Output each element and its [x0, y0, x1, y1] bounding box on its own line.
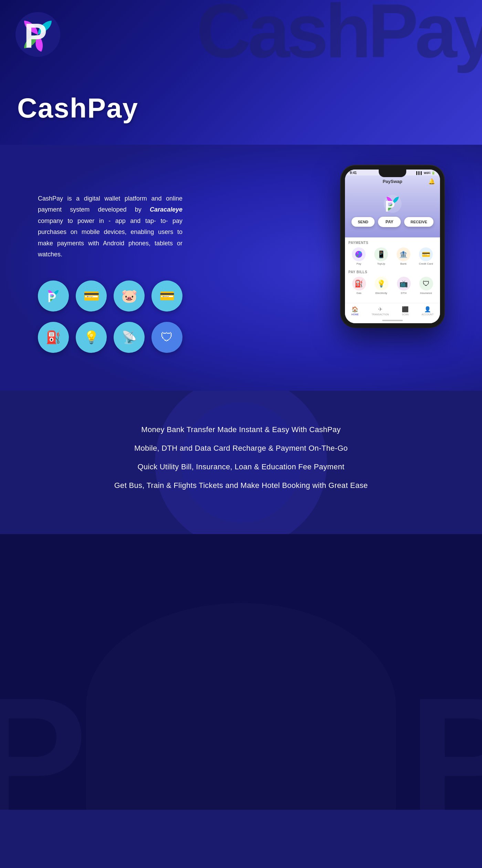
card-emoji: 💳	[83, 288, 99, 304]
satellite-icon-circle[interactable]: 📡	[114, 322, 145, 353]
pay-item[interactable]: Pay	[352, 247, 366, 265]
gas-bill-icon: ⛽	[352, 277, 366, 290]
send-button[interactable]: SEND	[352, 217, 375, 227]
shield-emoji: 🛡	[161, 330, 173, 345]
piggy-bank-icon-circle[interactable]: 🐷	[114, 280, 145, 312]
bulb-icon-circle[interactable]: 💡	[76, 322, 107, 353]
scan-icon: ⬛	[402, 306, 409, 313]
cashpay-small-logo: P	[45, 287, 62, 305]
paybills-section: PAY BILLS ⛽ Gas	[345, 270, 440, 303]
receive-button[interactable]: RECEIVE	[404, 217, 433, 227]
bank-icon: 🏦	[397, 247, 410, 261]
satellite-emoji: 📡	[122, 330, 137, 345]
credit-card-icon: 💳	[419, 247, 433, 261]
watermark-p-left: P	[0, 672, 87, 810]
cashpay-icon-circle[interactable]: P	[38, 280, 69, 312]
payments-section: PAYMENTS Pay	[345, 237, 440, 265]
features-section: Money Bank Transfer Made Instant & Easy …	[0, 391, 482, 534]
gas-bill-item[interactable]: ⛽ Gas	[352, 277, 366, 295]
app-logo-pay: P	[383, 194, 402, 213]
bank-label: Bank	[400, 262, 407, 265]
nav-account[interactable]: 👤 ACCOUNT	[422, 306, 434, 316]
pay-icon	[352, 247, 366, 261]
home-icon: 🏠	[352, 306, 358, 313]
icon-grid-row1: P 💳 🐷 💳	[38, 280, 182, 312]
payment-icon-circle[interactable]: 💳	[151, 280, 182, 312]
hero-section: CashPay P CashPay	[0, 0, 482, 145]
bank-item[interactable]: 🏦 Bank	[397, 247, 410, 265]
bottom-bg-shape	[86, 603, 396, 810]
insurance-label: Insurance	[420, 292, 432, 295]
bottom-section: P P	[0, 534, 482, 810]
phone-notch	[379, 170, 406, 177]
shield-icon-circle[interactable]: 🛡	[151, 322, 182, 353]
app-title: PaySwap	[357, 179, 428, 184]
phone-container: 9:41 ▌▌▌ WiFi 🔋 PaySwap 🔔	[341, 165, 444, 327]
transaction-icon: ✈	[378, 306, 383, 313]
svg-text:P: P	[24, 16, 47, 55]
status-time: 9:41	[350, 171, 357, 175]
phone-screen: 9:41 ▌▌▌ WiFi 🔋 PaySwap 🔔	[345, 170, 440, 323]
icon-grid-row2: ⛽ 💡 📡 🛡	[38, 322, 182, 353]
notification-bell-icon[interactable]: 🔔	[428, 178, 435, 185]
hero-title: CashPay	[17, 92, 138, 124]
topup-item[interactable]: 📱 TopUp	[374, 247, 388, 265]
middle-section: CashPay is a digital wallet platform and…	[0, 145, 482, 391]
app-header: PaySwap 🔔	[345, 175, 440, 187]
wifi-icon: WiFi	[424, 171, 430, 175]
hero-bg-watermark: CashPay	[197, 0, 482, 69]
signal-icon: ▌▌▌	[416, 171, 423, 175]
paybills-label: PAY BILLS	[348, 270, 437, 274]
pay-section: P SEND PAY RECEIVE	[345, 187, 440, 237]
dth-icon: 📺	[397, 277, 411, 290]
payments-icons-row: Pay 📱 TopUp	[348, 247, 437, 265]
pay-label: Pay	[356, 262, 361, 265]
electricity-label: Electricity	[375, 292, 387, 295]
svg-text:P: P	[48, 290, 56, 305]
paybills-icons-row: ⛽ Gas 💡 Electricity	[348, 277, 437, 295]
gas-icon-circle[interactable]: ⛽	[38, 322, 69, 353]
feature-4: Get Bus, Train & Flights Tickets and Mak…	[21, 481, 461, 490]
battery-icon: 🔋	[431, 171, 435, 175]
watermark-p-right: P	[409, 672, 482, 810]
piggy-emoji: 🐷	[121, 288, 137, 304]
home-indicator	[345, 318, 440, 323]
payment-emoji: 💳	[159, 289, 175, 303]
pay-buttons-row: SEND PAY RECEIVE	[352, 217, 433, 227]
insurance-icon: 🛡	[419, 277, 433, 290]
logo-container: P	[14, 10, 62, 59]
electricity-item[interactable]: 💡 Electricity	[375, 277, 388, 295]
electricity-icon: 💡	[375, 277, 388, 290]
nav-transaction-label: TRANSACTION	[371, 313, 389, 316]
feature-3: Quick Utility Bill, Insurance, Loan & Ed…	[21, 462, 461, 471]
nav-scan[interactable]: ⬛ SCAN	[402, 306, 409, 316]
phone-mockup: 9:41 ▌▌▌ WiFi 🔋 PaySwap 🔔	[341, 165, 444, 327]
bulb-emoji: 💡	[84, 330, 99, 345]
feature-1: Money Bank Transfer Made Instant & Easy …	[21, 425, 461, 434]
pay-button[interactable]: PAY	[378, 217, 401, 227]
topup-label: TopUp	[377, 262, 385, 265]
home-indicator-bar	[382, 320, 403, 321]
nav-home[interactable]: 🏠 HOME	[352, 306, 359, 316]
credit-card-label: Credit Card	[419, 262, 433, 265]
nav-transaction[interactable]: ✈ TRANSACTION	[371, 306, 389, 316]
nav-account-label: ACCOUNT	[422, 313, 434, 316]
credit-card-item[interactable]: 💳 Credit Card	[419, 247, 433, 265]
account-icon: 👤	[424, 306, 431, 313]
bottom-nav: 🏠 HOME ✈ TRANSACTION ⬛ SCAN 👤	[345, 303, 440, 318]
insurance-item[interactable]: 🛡 Insurance	[419, 277, 433, 295]
nav-home-label: HOME	[352, 313, 359, 316]
card-swipe-icon-circle[interactable]: 💳	[76, 280, 107, 312]
dth-item[interactable]: 📺 DTH	[397, 277, 411, 295]
description-paragraph: CashPay is a digital wallet platform and…	[38, 193, 182, 260]
dth-label: DTH	[401, 292, 406, 295]
gas-emoji: ⛽	[46, 330, 61, 345]
nav-scan-label: SCAN	[402, 313, 408, 316]
topup-icon: 📱	[374, 247, 388, 261]
feature-2: Mobile, DTH and Data Card Recharge & Pay…	[21, 444, 461, 453]
company-name: Caracaleye	[150, 206, 182, 213]
cashpay-logo: P	[14, 10, 62, 59]
gas-bill-label: Gas	[356, 292, 362, 295]
payments-label: PAYMENTS	[348, 241, 437, 245]
svg-text:P: P	[385, 198, 395, 213]
